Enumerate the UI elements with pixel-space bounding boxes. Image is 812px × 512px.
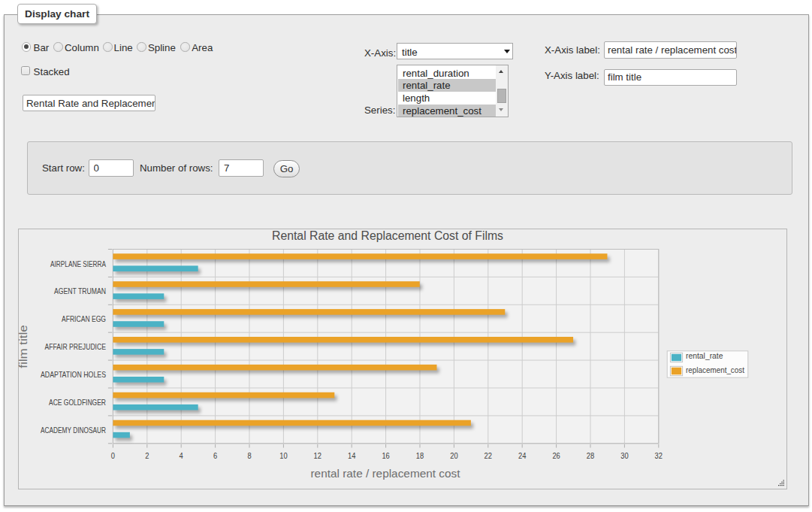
svg-text:12: 12 bbox=[314, 451, 321, 460]
svg-text:rental_rate: rental_rate bbox=[686, 351, 723, 360]
svg-text:16: 16 bbox=[382, 451, 389, 460]
svg-text:AFRICAN EGG: AFRICAN EGG bbox=[62, 314, 106, 323]
svg-text:4: 4 bbox=[180, 451, 184, 460]
svg-text:Rental Rate and Replacement Co: Rental Rate and Replacement Cost of Film… bbox=[272, 229, 503, 242]
svg-text:film title: film title bbox=[18, 325, 29, 368]
svg-text:24: 24 bbox=[518, 451, 527, 460]
svg-text:26: 26 bbox=[552, 451, 560, 460]
svg-text:30: 30 bbox=[620, 451, 628, 460]
svg-text:10: 10 bbox=[279, 451, 287, 460]
svg-text:AFFAIR PREJUDICE: AFFAIR PREJUDICE bbox=[45, 342, 107, 351]
svg-text:rental rate / replacement cost: rental rate / replacement cost bbox=[311, 468, 460, 480]
svg-text:AIRPLANE SIERRA: AIRPLANE SIERRA bbox=[50, 259, 106, 268]
svg-text:AGENT TRUMAN: AGENT TRUMAN bbox=[54, 286, 106, 295]
svg-text:22: 22 bbox=[484, 451, 492, 460]
svg-text:18: 18 bbox=[416, 451, 424, 460]
svg-text:ACADEMY DINOSAUR: ACADEMY DINOSAUR bbox=[41, 426, 106, 435]
svg-text:20: 20 bbox=[450, 451, 457, 460]
svg-text:8: 8 bbox=[247, 451, 251, 460]
svg-text:14: 14 bbox=[348, 451, 356, 460]
svg-text:replacement_cost: replacement_cost bbox=[686, 365, 745, 374]
svg-text:32: 32 bbox=[655, 451, 663, 460]
svg-text:28: 28 bbox=[587, 451, 594, 460]
svg-text:6: 6 bbox=[213, 451, 217, 460]
svg-text:ACE GOLDFINGER: ACE GOLDFINGER bbox=[49, 398, 106, 407]
svg-text:ADAPTATION HOLES: ADAPTATION HOLES bbox=[41, 370, 106, 379]
svg-text:2: 2 bbox=[145, 451, 149, 460]
svg-text:0: 0 bbox=[111, 451, 115, 460]
